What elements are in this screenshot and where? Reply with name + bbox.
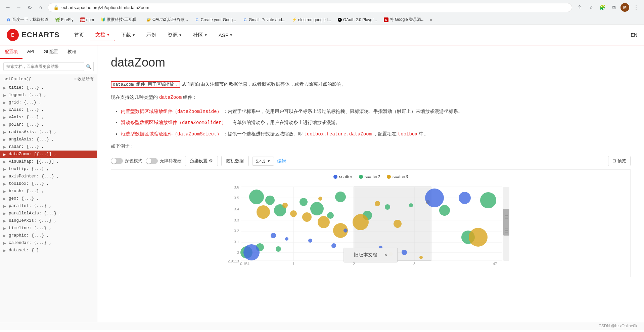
- sidebar-tab-gl[interactable]: GL配置: [39, 45, 63, 59]
- tree-item-legend[interactable]: ▶ legend: {...} ,: [0, 91, 97, 99]
- svg-point-62: [402, 250, 407, 255]
- google-create-icon: G: [195, 17, 199, 22]
- svg-point-28: [300, 198, 308, 206]
- sidebar-collapse-button[interactable]: ≡ 收起所有: [74, 76, 94, 82]
- more-button[interactable]: ⋮: [631, 3, 641, 12]
- tree-item-visualmap[interactable]: ▶ visualMap: [{...}] ,: [0, 158, 97, 165]
- tree-label-graphic: graphic: {...} ,: [9, 233, 49, 238]
- tree-item-radiusaxis[interactable]: ▶ radiusAxis: {...} ,: [0, 128, 97, 136]
- footer-text: CSDN @hzxOnline0k: [598, 324, 637, 328]
- accessibility-switch[interactable]: [146, 158, 158, 164]
- version-selector[interactable]: 5.4.3 ▼: [252, 157, 274, 166]
- tree-item-angleaxis[interactable]: ▶ angleAxis: {...} ,: [0, 136, 97, 143]
- tree-item-grid[interactable]: ▶ grid: {...} ,: [0, 99, 97, 106]
- banner-close-button[interactable]: ×: [384, 252, 387, 258]
- nav-examples[interactable]: 示例: [142, 29, 161, 41]
- bookmark-oauth2[interactable]: 🔐 OAuth2认证+谷歌...: [144, 16, 191, 24]
- tree-arrow-brush: ▶: [3, 190, 7, 193]
- browser-actions: ⇧ ☆ 🧩 ⧉ M ⋮: [575, 3, 641, 12]
- tree-item-axispointer[interactable]: ▶ axisPointer: {...} ,: [0, 173, 97, 180]
- tree-arrow-dataset: ▶: [3, 249, 7, 252]
- svg-point-57: [285, 237, 288, 241]
- nav-community[interactable]: 社区 ▼: [188, 29, 212, 41]
- nav-asf[interactable]: ASF ▼: [214, 30, 237, 41]
- extensions-button[interactable]: 🧩: [598, 3, 607, 12]
- svg-point-56: [271, 233, 276, 238]
- tree-item-graphic[interactable]: ▶ graphic: {...} ,: [0, 232, 97, 239]
- svg-point-46: [318, 216, 330, 228]
- bookmark-gmail-label: Gmail: Private and...: [249, 17, 285, 22]
- bookmark-weixin[interactable]: 🔰 微微科技-工互联...: [98, 16, 142, 24]
- bookmark-baidu[interactable]: 百 百度一下，我就知道: [3, 16, 51, 24]
- tree-item-parallelaxis[interactable]: ▶ parallelAxis: {...} ,: [0, 210, 97, 217]
- nav-docs[interactable]: 文档 ▼: [91, 29, 114, 41]
- address-bar[interactable]: 🔒 echarts.apache.org/zh/option.html#data…: [48, 3, 572, 12]
- description-rest: 从而能自由关注细节的数据信息，或者概览数据整体，或者去除离群点的影响。: [182, 81, 346, 87]
- bookmark-oauth-play-label: OAuth 2.0 Playgr...: [343, 17, 377, 22]
- browser-toolbar: ← → ↻ ⌂ 🔒 echarts.apache.org/zh/option.h…: [0, 0, 644, 15]
- svg-point-25: [249, 190, 264, 204]
- share-button[interactable]: ⇧: [575, 3, 584, 12]
- svg-point-54: [419, 256, 423, 259]
- tree-item-brush[interactable]: ▶ brush: {...} ,: [0, 188, 97, 195]
- tree-item-xaxis[interactable]: ▶ xAxis: {...} ,: [0, 106, 97, 114]
- tree-arrow-axispointer: ▶: [3, 175, 7, 178]
- tree-item-title[interactable]: ▶ title: {...} ,: [0, 84, 97, 91]
- tree-item-toolbox[interactable]: ▶ toolbox: {...} ,: [0, 180, 97, 188]
- reload-button[interactable]: ↻: [25, 3, 34, 12]
- tree-item-singleaxis[interactable]: ▶ singleAxis: {...} ,: [0, 217, 97, 224]
- edit-link[interactable]: 编辑: [277, 158, 286, 164]
- legend-scatter: scatter: [333, 174, 352, 179]
- home-button[interactable]: ⌂: [36, 3, 45, 12]
- random-data-button[interactable]: 随机数据: [221, 156, 249, 166]
- tree-label-toolbox: toolbox: {...} ,: [9, 181, 49, 186]
- more-bookmarks[interactable]: »: [430, 17, 432, 22]
- support-intro-text: 现在支持这几种类型的: [111, 94, 158, 100]
- nav-resources[interactable]: 资源 ▼: [163, 29, 187, 41]
- bookmark-firefly[interactable]: 🌿 FireFly: [52, 16, 76, 23]
- tree-label-datazoom: dataZoom: [{...}] ,: [9, 152, 57, 157]
- tree-item-geo[interactable]: ▶ geo: {...} ,: [0, 195, 97, 202]
- bookmark-gmail[interactable]: G Gmail: Private and...: [240, 16, 288, 23]
- search-button[interactable]: 🔍: [84, 62, 94, 71]
- svg-text:3.2: 3.2: [234, 229, 239, 233]
- sidebar-tab-api[interactable]: API: [22, 45, 39, 59]
- search-input[interactable]: [3, 62, 84, 71]
- split-view-button[interactable]: ⧉: [609, 3, 618, 12]
- tree-item-radar[interactable]: ▶ radar: {...} ,: [0, 143, 97, 151]
- tree-item-dataset[interactable]: ▶ dataset: { }: [0, 247, 97, 254]
- bookmark-google-create[interactable]: G Create your Goog...: [192, 16, 239, 23]
- back-button[interactable]: ←: [3, 3, 13, 12]
- legend-dot-scatter2: [359, 175, 363, 179]
- svg-point-59: [331, 243, 336, 248]
- forward-button[interactable]: →: [14, 3, 24, 12]
- npm-icon: npm: [80, 17, 85, 22]
- tree-item-tooltip[interactable]: ▶ tooltip: {...} ,: [0, 165, 97, 173]
- nav-download[interactable]: 下载 ▼: [116, 29, 140, 41]
- site-nav: 首页 文档 ▼ 下载 ▼ 示例 资源 ▼ 社区 ▼ ASF ▼ EN: [70, 29, 637, 41]
- sidebar-tab-config[interactable]: 配置项: [0, 45, 22, 59]
- render-settings-button[interactable]: 渲染设置 ⚙: [185, 156, 218, 166]
- tree-item-timeline[interactable]: ▶ timeline: {...} ,: [0, 224, 97, 232]
- tree-label-axispointer: axisPointer: {...} ,: [9, 174, 59, 179]
- bookmark-oauth-play[interactable]: ● OAuth 2.0 Playgr...: [335, 16, 380, 23]
- tree-item-calendar[interactable]: ▶ calendar: {...} ,: [0, 239, 97, 247]
- svg-point-41: [257, 205, 270, 219]
- bookmark-google-login[interactable]: C 将 Google 登录添...: [381, 16, 427, 24]
- tree-item-datazoom[interactable]: ▶ dataZoom: [{...}] ,: [0, 151, 97, 158]
- user-avatar[interactable]: M: [620, 3, 629, 12]
- tree-label-legend: legend: {...} ,: [9, 93, 47, 97]
- tree-item-parallel[interactable]: ▶ parallel: {...} ,: [0, 202, 97, 210]
- sidebar-tab-tutorial[interactable]: 教程: [63, 45, 81, 59]
- dark-mode-switch[interactable]: [111, 158, 123, 164]
- tree-item-yaxis[interactable]: ▶ yAxis: {...} ,: [0, 114, 97, 121]
- bookmark-npm[interactable]: npm npm: [78, 16, 97, 23]
- tree-item-polar[interactable]: ▶ polar: {...} ,: [0, 121, 97, 128]
- svg-point-26: [265, 196, 275, 205]
- bookmark-button[interactable]: ☆: [586, 3, 596, 12]
- bookmark-electron[interactable]: ⚡ electron google l...: [289, 16, 334, 23]
- lang-button[interactable]: EN: [631, 32, 637, 38]
- preview-button[interactable]: ⊡ 预览: [608, 156, 631, 166]
- tree-arrow-datazoom: ▶: [3, 153, 7, 156]
- nav-home[interactable]: 首页: [70, 29, 89, 41]
